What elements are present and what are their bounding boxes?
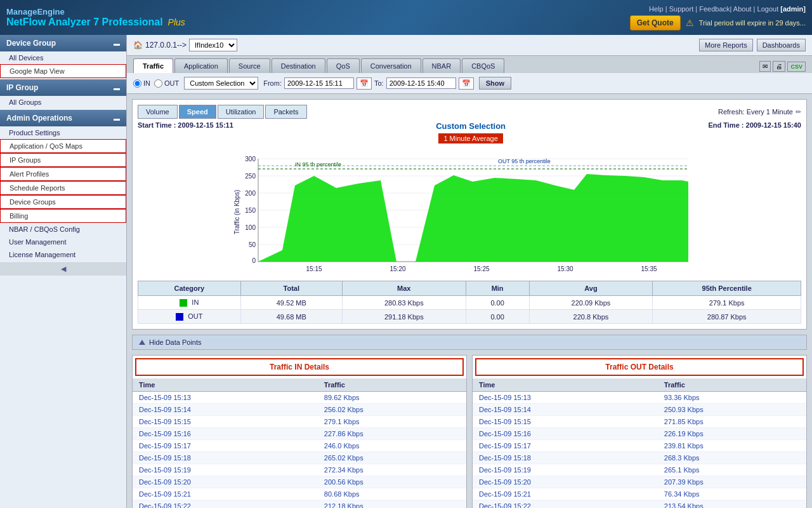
out-traffic-cell: 207.39 Kbps [658, 476, 806, 488]
tab-traffic[interactable]: Traffic [133, 58, 173, 73]
logout-link[interactable]: Logout [757, 5, 779, 13]
sidebar-item-ip-groups[interactable]: IP Groups [0, 153, 126, 167]
to-calendar-button[interactable]: 📅 [459, 77, 474, 90]
edit-icon[interactable]: ✏ [796, 108, 801, 116]
packets-button[interactable]: Packets [265, 105, 306, 119]
sidebar-item-nbar-cbqos[interactable]: NBAR / CBQoS Config [0, 223, 126, 236]
main-layout: Device Group ▬ All Devices Google Map Vi… [0, 35, 812, 508]
tab-qos[interactable]: QoS [327, 58, 360, 73]
svg-text:150: 150 [245, 207, 256, 214]
sidebar-item-all-devices[interactable]: All Devices [0, 51, 126, 64]
out-radio-label[interactable]: OUT [154, 79, 179, 88]
tab-nbar[interactable]: NBAR [422, 58, 461, 73]
ip-group-header[interactable]: IP Group ▬ [0, 79, 126, 96]
tab-application[interactable]: Application [174, 58, 228, 73]
sidebar-item-alert-profiles[interactable]: Alert Profiles [0, 167, 126, 181]
speed-button[interactable]: Speed [179, 105, 216, 119]
sidebar-item-device-groups[interactable]: Device Groups [0, 195, 126, 209]
app-header: ManageEngine NetFlow Analyzer 7 Professi… [0, 0, 812, 35]
dashboards-button[interactable]: Dashboards [757, 39, 806, 51]
from-to-controls: From: 📅 To: 📅 [263, 77, 473, 90]
table-row: OUT 49.68 MB 291.18 Kbps 0.00 220.8 Kbps… [138, 310, 801, 324]
in-radio-label[interactable]: IN [133, 79, 150, 88]
out-time-cell: Dec-15-09 15:21 [473, 488, 658, 500]
collapse-icon: ▬ [114, 40, 120, 47]
ip-group-section: IP Group ▬ All Groups [0, 79, 126, 109]
to-input[interactable] [386, 77, 456, 89]
chart-title: Custom Selection [436, 121, 506, 131]
in-radio[interactable] [133, 79, 141, 88]
table-row: IN 49.52 MB 280.83 Kbps 0.00 220.09 Kbps… [138, 296, 801, 310]
category-cell: OUT [138, 310, 241, 324]
in-time-header: Time [133, 378, 318, 392]
list-item: Dec-15-09 15:15 279.1 Kbps [133, 416, 466, 428]
about-link[interactable]: About [733, 5, 752, 13]
svg-text:0: 0 [252, 257, 256, 264]
from-label: From: [263, 79, 282, 87]
tabs-bar: Traffic Application Source Destination Q… [127, 56, 812, 73]
in-traffic-cell: 279.1 Kbps [318, 416, 466, 428]
sidebar-item-billing[interactable]: Billing [0, 209, 126, 223]
more-reports-button[interactable]: More Reports [699, 39, 753, 51]
from-input[interactable] [284, 77, 354, 89]
list-item: Dec-15-09 15:22 213.54 Kbps [473, 500, 806, 508]
sidebar-item-app-qos-maps[interactable]: Application / QoS Maps [0, 139, 126, 153]
svg-text:15:25: 15:25 [473, 265, 489, 272]
feedback-link[interactable]: Feedback [699, 5, 730, 13]
hide-datapoints[interactable]: Hide Data Points [132, 335, 807, 350]
tabs-left: Traffic Application Source Destination Q… [133, 58, 504, 73]
device-group-header[interactable]: Device Group ▬ [0, 35, 126, 51]
in-traffic-cell: 80.68 Kbps [318, 488, 466, 500]
tab-destination[interactable]: Destination [272, 58, 325, 73]
out-traffic-cell: 213.54 Kbps [658, 500, 806, 508]
print-icon-button[interactable]: 🖨 [773, 61, 785, 72]
tab-source[interactable]: Source [229, 58, 270, 73]
show-button[interactable]: Show [479, 77, 511, 90]
traffic-out-panel: Traffic OUT Details Time Traffic Dec-15-… [472, 355, 807, 508]
admin-collapse-icon: ▬ [114, 115, 120, 122]
svg-text:IN 95 th percentile: IN 95 th percentile [295, 161, 341, 168]
traffic-in-table: Time Traffic Dec-15-09 15:13 89.62 Kbps … [133, 378, 466, 508]
utilization-button[interactable]: Utilization [218, 105, 265, 119]
help-link[interactable]: Help [649, 5, 664, 13]
stats-table: Category Total Max Min Avg 95th Percenti… [138, 281, 801, 324]
sidebar-item-user-management[interactable]: User Management [0, 236, 126, 248]
sidebar-item-schedule-reports[interactable]: Schedule Reports [0, 181, 126, 195]
out-time-header: Time [473, 378, 658, 392]
sidebar-scroll-down[interactable]: ◀ [0, 262, 126, 276]
topbar: 🏠 127.0.0.1--> IfIndex10 More Reports Da… [127, 35, 812, 56]
sidebar-item-license-management[interactable]: License Management [0, 248, 126, 261]
out-radio[interactable] [154, 79, 162, 88]
selection-dropdown[interactable]: Custom Selection Last 1 Hour Last 6 Hour… [184, 77, 258, 90]
sidebar-item-google-map[interactable]: Google Map View [0, 64, 126, 78]
volume-button[interactable]: Volume [138, 105, 178, 119]
avg-cell: 220.09 Kbps [529, 296, 653, 310]
svg-text:15:20: 15:20 [390, 265, 405, 272]
logo-top: ManageEngine [6, 7, 185, 17]
sidebar-item-product-settings[interactable]: Product Settings [0, 126, 126, 139]
breadcrumb-host: 127.0.0.1--> [145, 41, 187, 50]
support-link[interactable]: Support [669, 5, 694, 13]
list-item: Dec-15-09 15:18 268.3 Kbps [473, 452, 806, 464]
email-icon-button[interactable]: ✉ [759, 61, 771, 72]
total-cell: 49.68 MB [240, 310, 342, 324]
admin-label: [admin] [780, 5, 806, 13]
csv-icon-button[interactable]: CSV [787, 62, 806, 72]
get-quote-button[interactable]: Get Quote [630, 15, 681, 30]
chart-container: 300 250 200 150 100 50 0 Traffic (in Kbp… [138, 149, 801, 276]
refresh-info: Refresh: Every 1 Minute ✏ [718, 108, 801, 116]
svg-text:15:30: 15:30 [557, 265, 573, 272]
svg-text:Traffic (in Kbps): Traffic (in Kbps) [233, 190, 240, 234]
from-calendar-button[interactable]: 📅 [357, 77, 372, 90]
list-item: Dec-15-09 15:19 272.34 Kbps [133, 464, 466, 476]
interface-select[interactable]: IfIndex10 [189, 39, 237, 51]
tab-conversation[interactable]: Conversation [361, 58, 421, 73]
max-cell: 291.18 Kbps [342, 310, 466, 324]
min-cell: 0.00 [466, 310, 529, 324]
admin-ops-header[interactable]: Admin Operations ▬ [0, 110, 126, 126]
device-group-section: Device Group ▬ All Devices Google Map Vi… [0, 35, 126, 78]
out-traffic-cell: 76.34 Kbps [658, 488, 806, 500]
avg-cell: 220.8 Kbps [529, 310, 653, 324]
sidebar-item-all-groups[interactable]: All Groups [0, 96, 126, 109]
tab-cbqos[interactable]: CBQoS [462, 58, 504, 73]
